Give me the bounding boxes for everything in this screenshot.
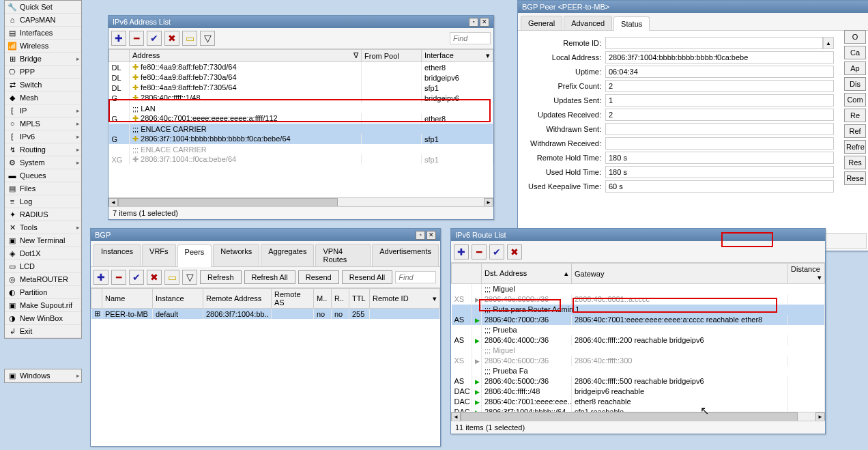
add-button[interactable]: ✚: [454, 244, 469, 259]
tab-instances[interactable]: Instances: [93, 244, 141, 266]
side-button[interactable]: Res: [844, 156, 866, 169]
minimize-button[interactable]: ▫: [416, 231, 425, 240]
enable-button[interactable]: ✔: [129, 270, 144, 285]
table-row[interactable]: G✚ 2806:40c:7001:eeee:eeee:eeee:a:ffff/1…: [109, 113, 493, 124]
table-row[interactable]: XS▶2806:40c:6000::/362806:40c:6001::a:cc…: [452, 294, 825, 305]
minimize-button[interactable]: ▫: [469, 18, 478, 27]
side-button[interactable]: Ref: [844, 124, 866, 138]
close-button[interactable]: ✕: [480, 18, 489, 27]
window-title-bar[interactable]: BGP ▫ ✕: [91, 229, 440, 241]
sidebar-item-files[interactable]: ▤Files: [5, 182, 81, 195]
sidebar-item-ipv6[interactable]: ⁅IPv6▸: [5, 130, 81, 143]
tab-networks[interactable]: Networks: [213, 244, 259, 266]
sidebar-item-radius[interactable]: ✦RADIUS: [5, 208, 81, 221]
dst-header[interactable]: Dst. Address ▴: [482, 264, 572, 284]
side-button[interactable]: Re: [844, 109, 866, 122]
table-row[interactable]: DAC▶2806:40c:ffff::/48bridgeipv6 reachab…: [452, 386, 825, 397]
table-row[interactable]: G✚ 2806:40c:ffff::1/48bridgeipv6: [109, 93, 493, 103]
col-header[interactable]: M..: [314, 289, 332, 309]
sidebar-item-ppp[interactable]: ⎔PPP: [5, 66, 81, 79]
sidebar-item-exit[interactable]: ↲Exit: [5, 325, 81, 338]
address-header[interactable]: Address ∇: [130, 50, 362, 62]
table-row[interactable]: G✚ 2806:3f7:1004:bbbb:bbbb:bbbb:f0ca:beb…: [109, 134, 493, 144]
col-header[interactable]: Instance: [153, 289, 203, 309]
sidebar-item-new-terminal[interactable]: ▣New Terminal: [5, 234, 81, 247]
remove-button[interactable]: ━: [111, 270, 126, 285]
close-button[interactable]: ✕: [426, 231, 436, 240]
col-header[interactable]: Remote ID ▾: [370, 289, 440, 309]
table-row[interactable]: ;;; Ruta para Router Admin 1: [452, 305, 825, 315]
dist-header[interactable]: Distance▾: [788, 264, 825, 284]
table-row[interactable]: AS▶2806:40c:7000::/362806:40c:7001:eeee:…: [452, 315, 825, 325]
sidebar-item-system[interactable]: ⚙System▸: [5, 156, 81, 169]
comment-button[interactable]: ▭: [182, 31, 197, 46]
sidebar-item-quick-set[interactable]: 🔧Quick Set: [5, 1, 81, 14]
sidebar-item-routing[interactable]: ↯Routing▸: [5, 143, 81, 156]
window-title-bar[interactable]: BGP Peer <PEER-to-MB>: [518, 1, 868, 13]
table-row[interactable]: ;;; Miguel: [452, 346, 825, 356]
up-arrow[interactable]: ▲: [823, 37, 834, 49]
tab-aggregates[interactable]: Aggregates: [261, 244, 314, 266]
table-row[interactable]: XS▶2806:40c:6000::/362806:40c:ffff::300: [452, 356, 825, 366]
tab-advertisements[interactable]: Advertisements: [372, 244, 439, 266]
resend-button[interactable]: Resend: [298, 270, 339, 284]
sidebar-item-tools[interactable]: ✕Tools▸: [5, 221, 81, 234]
table-row[interactable]: ;;; LAN: [109, 103, 493, 113]
sidebar-item-windows[interactable]: ▣ Windows ▸: [5, 369, 81, 382]
comment-button[interactable]: ▭: [164, 270, 179, 285]
sidebar-item-bridge[interactable]: ⊞Bridge▸: [5, 53, 81, 66]
side-button[interactable]: Rese: [844, 171, 866, 185]
flags-header[interactable]: [452, 264, 482, 284]
tab-vpn4-routes[interactable]: VPN4 Routes: [315, 244, 371, 266]
add-button[interactable]: ✚: [93, 270, 108, 285]
side-button[interactable]: Ap: [844, 61, 866, 75]
table-row[interactable]: ;;; ENLACE CARRIER: [109, 124, 493, 134]
table-row[interactable]: DL✚ fe80::4aa9:8aff:feb7:730a/64bridgeip…: [109, 72, 493, 83]
sidebar-item-lcd[interactable]: ▭LCD: [5, 260, 81, 273]
remove-button[interactable]: ━: [472, 244, 487, 259]
refresh-button[interactable]: Refresh: [200, 270, 242, 284]
col-header[interactable]: Remote AS: [272, 289, 314, 309]
sidebar-item-interfaces[interactable]: ▤Interfaces: [5, 27, 81, 40]
table-row[interactable]: ;;; Miguel: [452, 284, 825, 294]
tab-status[interactable]: Status: [613, 16, 650, 31]
sidebar-item-queues[interactable]: ▬Queues: [5, 169, 81, 182]
enable-button[interactable]: ✔: [489, 244, 504, 259]
filter-button[interactable]: ▽: [200, 31, 215, 46]
tab-vrfs[interactable]: VRFs: [142, 244, 176, 266]
table-row[interactable]: ;;; Prueba Fa: [452, 366, 825, 376]
enable-button[interactable]: ✔: [147, 31, 162, 46]
hscroll[interactable]: ◄ ►: [108, 197, 493, 207]
disable-button[interactable]: ✖: [164, 31, 179, 46]
sidebar-item-partition[interactable]: ◐Partition: [5, 286, 81, 299]
sidebar-item-log[interactable]: ≡Log: [5, 195, 81, 208]
col-header[interactable]: Remote Address: [203, 289, 272, 309]
side-button[interactable]: Com: [844, 93, 866, 107]
sidebar-item-wireless[interactable]: 📶Wireless: [5, 40, 81, 53]
table-row[interactable]: DAC▶2806:40c:7001:eeee:eee..ether8 reach…: [452, 397, 825, 407]
col-header[interactable]: R..: [332, 289, 349, 309]
filter-button[interactable]: ▽: [182, 270, 197, 285]
sidebar-item-new-winbox[interactable]: ◑New WinBox: [5, 312, 81, 325]
table-row[interactable]: ;;; Prueba: [452, 325, 825, 335]
disable-button[interactable]: ✖: [507, 244, 522, 259]
table-row[interactable]: DL✚ fe80::4aa9:8aff:feb7:730d/64ether8: [109, 62, 493, 73]
sidebar-item-make-supout.rif[interactable]: ▣Make Supout.rif: [5, 299, 81, 312]
side-button[interactable]: Ca: [844, 46, 866, 59]
table-row[interactable]: AS▶2806:40c:4000::/362806:40c:ffff::200 …: [452, 335, 825, 346]
flags-header[interactable]: [109, 50, 130, 62]
tab-peers[interactable]: Peers: [177, 244, 212, 267]
sidebar-item-ip[interactable]: ⁅IP▸: [5, 104, 81, 117]
sidebar-item-switch[interactable]: ⇄Switch: [5, 79, 81, 92]
table-row[interactable]: ⊞ PEER-to-MB default 2806:3f7:1004:bb.. …: [91, 309, 440, 320]
table-row[interactable]: DL✚ fe80::4aa9:8aff:feb7:7305/64sfp1: [109, 83, 493, 93]
hscroll[interactable]: ◄ ►: [451, 412, 825, 421]
find-input[interactable]: [395, 271, 436, 283]
sidebar-item-capsman[interactable]: ⌂CAPsMAN: [5, 14, 81, 27]
resend-all-button[interactable]: Resend All: [342, 270, 393, 284]
tab-general[interactable]: General: [521, 16, 562, 30]
remove-button[interactable]: ━: [129, 31, 144, 46]
table-row[interactable]: AS▶2806:40c:5000::/362806:40c:ffff::500 …: [452, 376, 825, 386]
refresh-all-button[interactable]: Refresh All: [244, 270, 295, 284]
col-header[interactable]: TTL: [349, 289, 370, 309]
